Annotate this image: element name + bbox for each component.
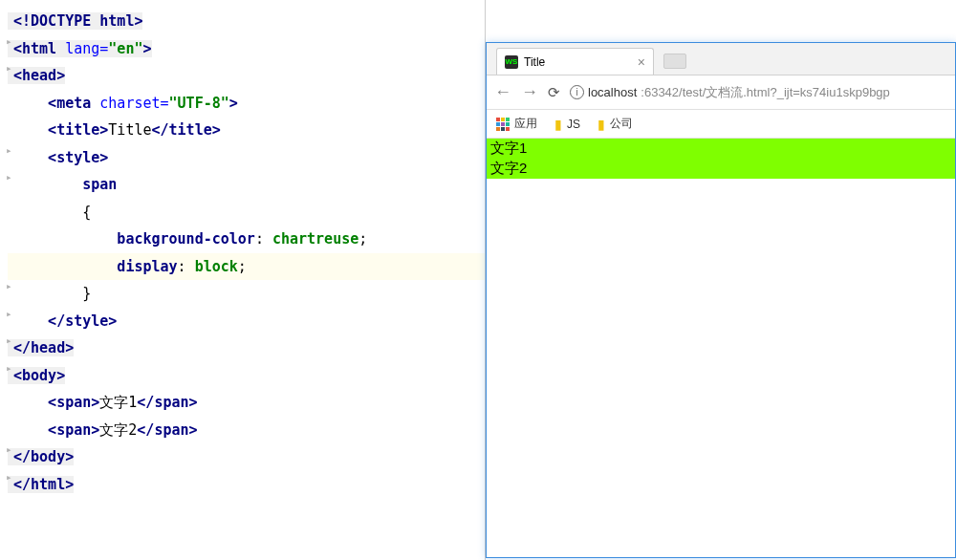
fold-marker-icon[interactable]: ▸ <box>6 334 12 347</box>
code-line: <title>Title</title> <box>8 121 221 139</box>
bookmark-folder[interactable]: ▮ JS <box>554 117 580 132</box>
bookmark-label: JS <box>567 118 580 131</box>
fold-marker-icon[interactable]: ▸ <box>6 144 12 157</box>
browser-window: WS Title × ← → ⟳ i localhost:63342/test/… <box>486 42 956 558</box>
fold-marker-icon[interactable]: ▸ <box>6 35 12 48</box>
fold-marker-icon[interactable]: ▸ <box>6 171 12 183</box>
tab-title: Title <box>524 55 545 69</box>
browser-tab-strip: WS Title × <box>487 43 955 75</box>
code-line: } <box>8 285 91 302</box>
bookmarks-bar: 应用 ▮ JS ▮ 公司 <box>487 110 955 139</box>
code-line: </head> <box>8 339 74 356</box>
code-line: </body> <box>8 448 74 465</box>
code-line: display: block; <box>8 258 247 275</box>
code-line: </html> <box>8 476 74 493</box>
bookmark-label: 公司 <box>610 116 633 132</box>
code-line: <body> <box>8 367 65 384</box>
back-button-icon[interactable]: ← <box>494 82 511 102</box>
fold-marker-icon[interactable]: ▸ <box>6 471 12 484</box>
fold-marker-icon[interactable]: ▸ <box>6 443 12 456</box>
code-line: <span>文字2</span> <box>8 421 198 439</box>
bookmark-folder[interactable]: ▮ 公司 <box>598 116 633 132</box>
browser-nav-bar: ← → ⟳ i localhost:63342/test/文档流.html?_i… <box>487 75 955 110</box>
close-icon[interactable]: × <box>638 54 645 70</box>
code-line: <html lang="en"> <box>8 40 152 57</box>
page-viewport: 文字1 文字2 <box>487 139 955 179</box>
code-line: background-color: chartreuse; <box>8 230 367 248</box>
url-host: localhost <box>588 85 637 99</box>
code-line: span <box>8 176 117 193</box>
code-line: <head> <box>8 67 65 84</box>
code-editor-pane: <!DOCTYPE html> ▸<html lang="en"> ▸<head… <box>0 0 486 560</box>
code-line: <!DOCTYPE html> <box>8 12 142 30</box>
fold-marker-icon[interactable]: ▸ <box>6 62 12 75</box>
apps-label: 应用 <box>514 116 537 132</box>
forward-button-icon[interactable]: → <box>521 82 538 102</box>
fold-marker-icon[interactable]: ▸ <box>6 308 12 320</box>
apps-button[interactable]: 应用 <box>496 116 537 132</box>
code-line: <style> <box>8 149 108 166</box>
webstorm-favicon-icon: WS <box>505 55 518 69</box>
rendered-span: 文字2 <box>487 159 955 179</box>
code-line: </style> <box>8 312 117 330</box>
new-tab-button[interactable] <box>663 54 686 69</box>
code-line: <span>文字1</span> <box>8 394 198 411</box>
url-path: :63342/test/文档流.html?_ijt=ks74iu1skp9bgp <box>641 84 890 101</box>
code-line: { <box>8 204 91 221</box>
address-bar[interactable]: i localhost:63342/test/文档流.html?_ijt=ks7… <box>570 84 947 101</box>
site-info-icon[interactable]: i <box>570 85 584 99</box>
fold-marker-icon[interactable]: ▸ <box>6 280 12 292</box>
apps-grid-icon <box>496 118 510 131</box>
rendered-span: 文字1 <box>487 139 955 159</box>
code-line: <meta charset="UTF-8"> <box>8 95 238 112</box>
folder-icon: ▮ <box>598 117 605 132</box>
fold-marker-icon[interactable]: ▸ <box>6 362 12 375</box>
folder-icon: ▮ <box>554 117 562 132</box>
browser-tab[interactable]: WS Title × <box>496 48 654 75</box>
reload-button-icon[interactable]: ⟳ <box>548 84 560 101</box>
